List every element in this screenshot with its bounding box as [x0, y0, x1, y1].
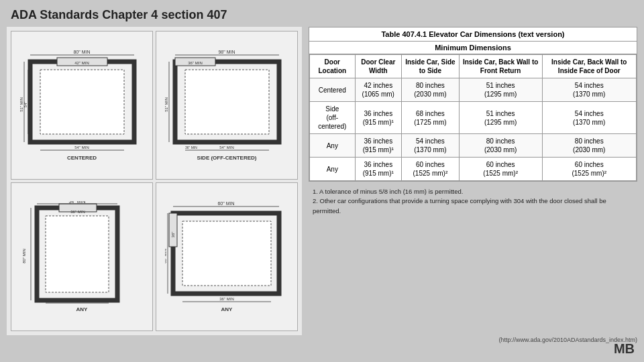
table-row: Centered42 inches (1065 mm)80 inches (20…	[310, 78, 637, 102]
diagram-area: 80" MIN 51" MIN 54" 42" MIN 54" MIN CENT…	[7, 27, 302, 335]
svg-rect-14	[185, 70, 269, 134]
svg-rect-25	[46, 216, 109, 292]
table-area: Table 407.4.1 Elevator Car Dimensions (t…	[309, 27, 637, 182]
svg-text:54" MIN: 54" MIN	[219, 145, 233, 149]
footnote: 1. A tolerance of minus 5/8 inch (16 mm)…	[313, 187, 633, 196]
table-row: Any36 inches (915 mm)¹60 inches (1525 mm…	[310, 158, 637, 181]
table-cell-0-1: 42 inches (1065 mm)	[355, 78, 401, 102]
mb-badge: MB	[614, 341, 635, 357]
svg-text:42" MIN: 42" MIN	[74, 61, 89, 65]
table-cell-0-0: Centered	[310, 78, 356, 102]
table-cell-1-2: 68 inches (1725 mm)	[402, 102, 460, 134]
table-cell-3-3: 60 inches (1525 mm)²	[459, 158, 542, 181]
svg-text:54" MIN: 54" MIN	[68, 201, 85, 204]
table-cell-0-2: 80 inches (2030 mm)	[402, 78, 460, 102]
diagram-side-label: SIDE (OFF-CENTERED)	[197, 155, 257, 161]
diagram-any1-label: ANY	[76, 306, 88, 312]
dimensions-table: Door Location Door Clear Width Inside Ca…	[309, 54, 637, 181]
page-title: ADA Standards Chapter 4 section 407	[11, 8, 227, 22]
diagram-centered-label: CENTERED	[67, 155, 97, 161]
svg-text:36" MIN: 36" MIN	[70, 210, 85, 214]
col-door-location: Door Location	[310, 55, 356, 78]
table-cell-0-4: 54 inches (1370 mm)	[542, 78, 636, 102]
svg-text:36" MIN: 36" MIN	[188, 61, 202, 65]
col-back-door: Inside Car, Back Wall to Inside Face of …	[542, 55, 636, 78]
table-cell-1-1: 36 inches (915 mm)¹	[355, 102, 401, 134]
table-cell-3-1: 36 inches (915 mm)¹	[355, 158, 401, 181]
svg-rect-2	[40, 70, 124, 134]
col-back-front: Inside Car, Back Wall to Front Return	[459, 55, 542, 78]
table-cell-2-2: 54 inches (1370 mm)	[402, 134, 460, 158]
table-row: Side (off-centered)36 inches (915 mm)¹68…	[310, 102, 637, 134]
table-cell-3-0: Any	[310, 158, 356, 181]
table-cell-3-4: 60 inches (1525 mm)²	[542, 158, 636, 181]
diagram-centered: 80" MIN 51" MIN 54" 42" MIN 54" MIN CENT…	[11, 31, 153, 180]
svg-text:36" MIN: 36" MIN	[219, 297, 233, 301]
svg-text:98" MIN: 98" MIN	[218, 50, 235, 54]
svg-text:54" MIN: 54" MIN	[74, 145, 89, 149]
table-cell-0-3: 51 inches (1295 mm)	[459, 78, 542, 102]
svg-text:54": 54"	[23, 102, 28, 108]
svg-text:80" MIN: 80" MIN	[73, 50, 90, 54]
svg-text:36" MIN: 36" MIN	[185, 145, 197, 149]
svg-rect-34	[169, 213, 177, 247]
table-cell-2-3: 80 inches (2030 mm)	[459, 134, 542, 158]
table-cell-1-4: 54 inches (1370 mm)	[542, 102, 636, 134]
footnote: 2. Other car configurations that provide…	[313, 196, 633, 216]
diagram-any2-label: ANY	[221, 306, 233, 312]
table-cell-2-0: Any	[310, 134, 356, 158]
col-door-clear-width: Door Clear Width	[355, 55, 401, 78]
table-cell-2-4: 80 inches (2030 mm)	[542, 134, 636, 158]
svg-text:80" MIN: 80" MIN	[22, 249, 26, 263]
diagram-any2: 60" MIN 60" MIN 36" 36" MIN ANY	[156, 182, 298, 331]
table-cell-1-0: Side (off-centered)	[310, 102, 356, 134]
svg-text:51" MIN: 51" MIN	[165, 97, 168, 111]
table-cell-3-2: 60 inches (1525 mm)²	[402, 158, 460, 181]
svg-text:36": 36"	[171, 232, 175, 238]
diagram-any1: 54" MIN 80" MIN 36" MIN 38" MIN ANY	[11, 182, 153, 331]
svg-text:38" MIN: 38" MIN	[70, 298, 84, 302]
table-cell-2-1: 36 inches (915 mm)¹	[355, 134, 401, 158]
table-subtitle: Minimum Dimensions	[309, 42, 637, 54]
footnotes: 1. A tolerance of minus 5/8 inch (16 mm)…	[309, 184, 637, 219]
table-title: Table 407.4.1 Elevator Car Dimensions (t…	[309, 27, 637, 42]
table-cell-1-3: 51 inches (1295 mm)	[459, 102, 542, 134]
diagram-side: 98" MIN 51" MIN 36" MIN 54" MIN 36" MIN …	[156, 31, 298, 180]
svg-text:60" MIN: 60" MIN	[165, 249, 167, 263]
table-row: Any36 inches (915 mm)¹54 inches (1370 mm…	[310, 134, 637, 158]
svg-text:60" MIN: 60" MIN	[217, 201, 234, 206]
col-inside-side: Inside Car, Side to Side	[402, 55, 460, 78]
svg-rect-35	[182, 221, 271, 286]
